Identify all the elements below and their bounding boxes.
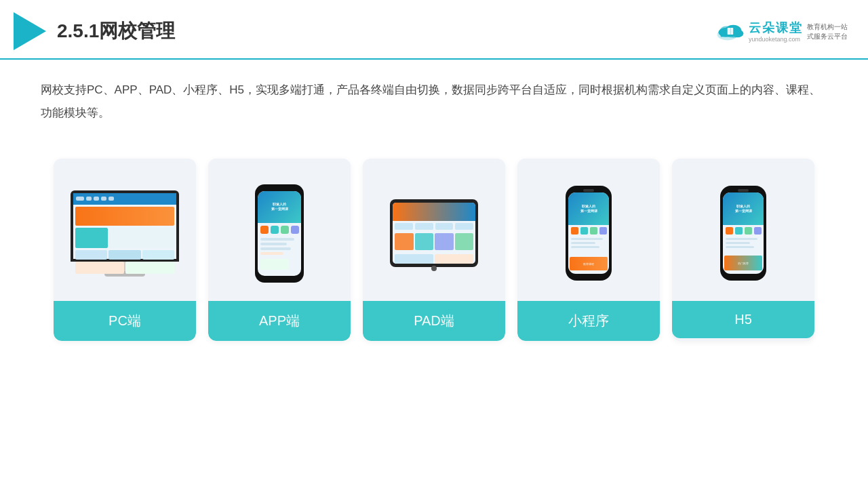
miniprogram-phone-icon: 职途人的第一堂网课 xyxy=(566,186,612,281)
card-app: 职途人的第一堂网课 xyxy=(208,159,351,341)
h5-phone-icon: 职途人的第一堂网课 xyxy=(720,186,766,281)
brand-slogan: 教育机构一站 式服务云平台 xyxy=(807,22,848,41)
logo-triangle-icon xyxy=(14,12,46,50)
cards-container: PC端 职途人的第一堂网课 xyxy=(0,138,868,354)
cloud-icon xyxy=(716,22,745,41)
card-h5: 职途人的第一堂网课 xyxy=(672,159,814,341)
header-left: 2.5.1网校管理 xyxy=(14,12,175,50)
card-pad-label: PAD端 xyxy=(363,301,505,341)
card-miniprogram: 职途人的第一堂网课 xyxy=(517,159,660,341)
brand-url: yunduoketang.com xyxy=(749,36,803,43)
brand-logo: 云朵课堂 yunduoketang.com 教育机构一站 式服务云平台 xyxy=(716,20,848,43)
description-text: 网校支持PC、APP、PAD、小程序、H5，实现多端打通，产品各终端自由切换，数… xyxy=(0,60,868,131)
pad-tablet-icon xyxy=(390,199,478,267)
svg-rect-8 xyxy=(728,28,730,35)
card-h5-image: 职途人的第一堂网课 xyxy=(672,159,814,301)
card-h5-label: H5 xyxy=(672,301,814,338)
card-pad: PAD端 xyxy=(363,159,505,341)
card-pc-label: PC端 xyxy=(54,301,196,341)
card-app-label: APP端 xyxy=(208,301,351,341)
page-title: 2.5.1网校管理 xyxy=(57,18,175,44)
header: 2.5.1网校管理 云朵课堂 yunduoketang.com xyxy=(0,0,868,60)
card-pad-image xyxy=(363,159,505,301)
pc-monitor-icon xyxy=(71,190,179,277)
brand-name: 云朵课堂 xyxy=(749,20,803,36)
brand-name-container: 云朵课堂 yunduoketang.com xyxy=(749,20,803,43)
card-miniprogram-label: 小程序 xyxy=(517,301,660,341)
brand-area: 云朵课堂 yunduoketang.com 教育机构一站 式服务云平台 xyxy=(716,20,848,43)
card-miniprogram-image: 职途人的第一堂网课 xyxy=(517,159,660,301)
card-pc-image xyxy=(54,159,196,301)
card-app-image: 职途人的第一堂网课 xyxy=(208,159,351,301)
card-pc: PC端 xyxy=(54,159,196,341)
app-phone-icon: 职途人的第一堂网课 xyxy=(255,184,304,283)
